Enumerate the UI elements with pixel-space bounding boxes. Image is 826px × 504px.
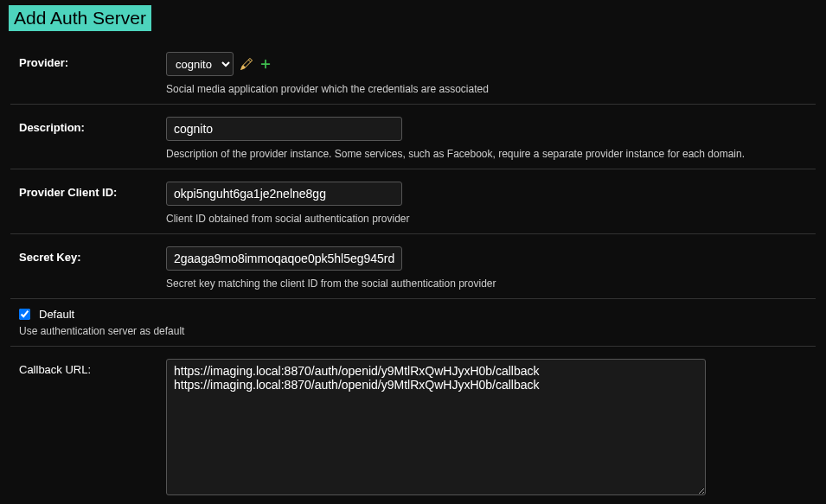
callback-url-textarea[interactable] <box>166 359 706 495</box>
description-help: Description of the provider instance. So… <box>166 148 807 160</box>
provider-help: Social media application provider which … <box>166 83 807 95</box>
add-icon[interactable] <box>259 58 272 70</box>
edit-icon[interactable] <box>240 58 253 70</box>
secret-key-help: Secret key matching the client ID from t… <box>166 278 807 290</box>
client-id-input[interactable] <box>166 182 402 206</box>
default-checkbox[interactable] <box>19 309 30 320</box>
description-label: Description: <box>19 117 166 160</box>
provider-select[interactable]: cognito <box>166 52 234 76</box>
provider-row: Provider: cognito Social media applicati… <box>10 40 816 105</box>
default-help: Use authentication server as default <box>19 325 807 337</box>
callback-url-row: Callback URL: Redirect URLs to which the… <box>10 347 816 504</box>
page-title: Add Auth Server <box>9 5 151 31</box>
secret-key-label: Secret Key: <box>19 246 166 290</box>
default-label: Default <box>39 308 74 321</box>
default-row: Default Use authentication server as def… <box>10 299 816 347</box>
secret-key-input[interactable] <box>166 246 402 271</box>
description-row: Description: Description of the provider… <box>10 105 816 169</box>
secret-key-row: Secret Key: Secret key matching the clie… <box>10 234 816 299</box>
callback-url-label: Callback URL: <box>19 359 166 504</box>
provider-label: Provider: <box>19 52 166 95</box>
client-id-help: Client ID obtained from social authentic… <box>166 213 807 225</box>
client-id-label: Provider Client ID: <box>19 182 166 225</box>
client-id-row: Provider Client ID: Client ID obtained f… <box>10 169 816 234</box>
description-input[interactable] <box>166 117 402 141</box>
auth-server-form: Provider: cognito Social media applicati… <box>0 31 826 504</box>
